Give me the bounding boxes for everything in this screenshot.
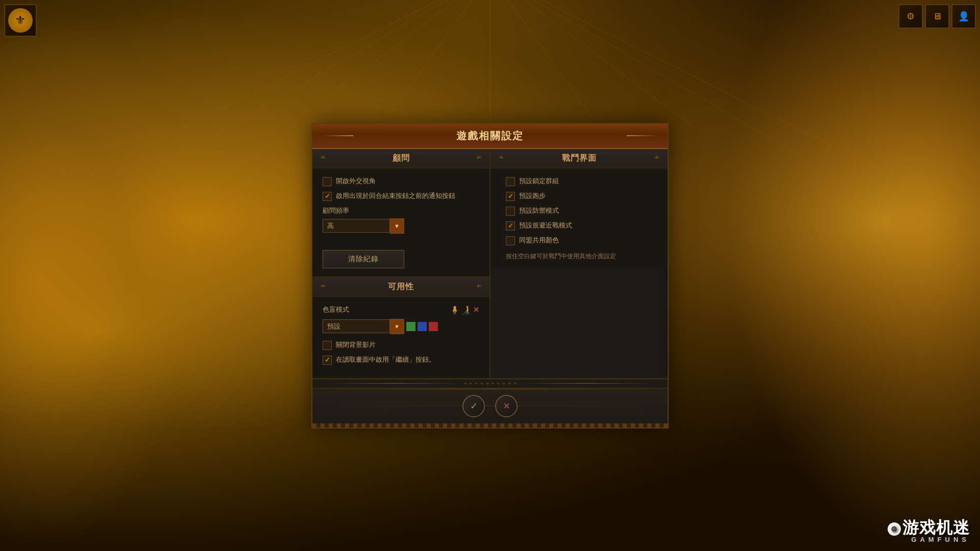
accessibility-section: 可用性 色盲模式 🧍 🧑‍🦯 ✕ [312,277,489,378]
bottom-strip [312,423,668,428]
color-swatch-red [429,322,438,331]
colorblind-select[interactable]: 預設 [323,319,390,333]
default-skirmish-checkbox[interactable] [506,207,515,216]
dialog-footer: ✓ ✕ [312,388,668,423]
display-icon[interactable]: 🖥 [925,4,949,29]
combat-section-content: 預設鎖定群組 預設跑步 預設防禦模式 預設規避近戰模式 [491,168,668,269]
color-swatch-green [406,322,415,331]
watermark-english: GAMFUNS [888,536,970,543]
top-left-icons: ⚜ [4,4,37,37]
cancel-button[interactable]: ✕ [495,395,518,417]
colorblind-label-row: 色盲模式 🧍 🧑‍🦯 ✕ [323,305,479,315]
combat-title: 戰鬥界面 [562,154,597,162]
top-left-emblem-box[interactable]: ⚜ [4,4,37,37]
accessibility-content: 色盲模式 🧍 🧑‍🦯 ✕ 預設 [312,297,489,378]
notification-checkbox[interactable] [323,192,332,201]
default-run-label: 預設跑步 [519,191,546,201]
footer-decoration: ❧ ❧ ❧ ❧ ❧ ❧ ❧ ❧ ❧ ❧ [312,379,668,388]
default-skirmish-label: 預設防禦模式 [519,206,559,215]
advisor-freq-dropdown-wrapper: 低 中 高 ▼ [323,218,404,234]
close-icon[interactable]: ✕ [473,306,479,314]
alliance-color-row: 同盟共用顏色 [506,236,652,245]
confirm-button[interactable]: ✓ [462,395,485,417]
continue-btn-label: 在讀取畫面中啟用「繼續」按鈕。 [336,355,435,364]
dialog-titlebar: 遊戲相關設定 [312,124,668,149]
diplomatic-label: 開啟外交視角 [336,177,376,186]
advisor-freq-label: 顧問頻率 [323,206,479,215]
advisor-title: 顧問 [393,154,410,162]
watermark-chinese: ⚙ 游戏机迷 [888,519,970,536]
advisor-freq-select[interactable]: 低 中 高 [323,219,390,233]
lock-group-row: 預設鎖定群組 [506,177,652,186]
alliance-color-label: 同盟共用顏色 [519,236,559,245]
notification-row: 啟用出現於回合結束按鈕之前的通知按鈕 [323,191,479,201]
clear-button-area: 清除紀錄 [312,250,489,277]
advisor-section-header: 顧問 [312,149,489,168]
right-column: 戰鬥界面 預設鎖定群組 預設跑步 預設防禦模式 [491,149,668,378]
default-run-checkbox[interactable] [506,192,515,201]
settings-icon[interactable]: ⚙ [898,4,923,29]
diplomatic-row: 開啟外交視角 [323,177,479,186]
left-column: 顧問 開啟外交視角 啟用出現於回合結束按鈕之前的通知按鈕 顧問頻率 [312,149,491,378]
bg-video-label: 關閉背景影片 [336,340,376,349]
clear-records-button[interactable]: 清除紀錄 [323,250,404,268]
accessibility-header: 可用性 [312,278,489,297]
diplomatic-checkbox[interactable] [323,177,332,186]
default-skirmish-row: 預設防禦模式 [506,206,652,216]
person2-icon: 🧑‍🦯 [461,305,472,315]
dialog-overlay: 遊戲相關設定 顧問 開啟外交視角 [0,0,980,551]
watermark: ⚙ 游戏机迷 GAMFUNS [888,519,970,543]
continue-btn-checkbox[interactable] [323,356,332,365]
dialog-title: 遊戲相關設定 [456,130,524,141]
default-melee-label: 預設規避近戰模式 [519,221,572,230]
colorblind-arrow[interactable]: ▼ [390,319,404,334]
bg-video-row: 關閉背景影片 [323,340,479,350]
dialog-body: 顧問 開啟外交視角 啟用出現於回合結束按鈕之前的通知按鈕 顧問頻率 [312,149,668,379]
profile-icon[interactable]: 👤 [951,4,976,29]
settings-dialog: 遊戲相關設定 顧問 開啟外交視角 [311,123,669,429]
advisor-freq-arrow[interactable]: ▼ [390,218,404,234]
colorblind-label: 色盲模式 [323,305,349,314]
default-melee-checkbox[interactable] [506,221,515,231]
colorblind-dropdown-wrapper: 預設 ▼ [323,319,404,334]
person1-icon: 🧍 [450,305,460,315]
top-right-icons[interactable]: ⚙ 🖥 👤 [898,4,976,29]
notification-label: 啟用出現於回合結束按鈕之前的通知按鈕 [336,191,455,201]
bg-video-checkbox[interactable] [323,341,332,350]
top-left-emblem: ⚜ [8,8,33,33]
lock-group-label: 預設鎖定群組 [519,177,559,186]
advisor-section-content: 開啟外交視角 啟用出現於回合結束按鈕之前的通知按鈕 顧問頻率 低 中 高 [312,168,489,250]
accessibility-title: 可用性 [388,282,414,291]
combat-section-header: 戰鬥界面 [491,149,668,168]
color-swatch-blue [418,322,427,331]
default-melee-row: 預設規避近戰模式 [506,221,652,231]
lock-group-checkbox[interactable] [506,177,515,186]
alliance-color-checkbox[interactable] [506,236,515,245]
color-icons: 🧍 🧑‍🦯 ✕ [450,305,479,315]
continue-btn-row: 在讀取畫面中啟用「繼續」按鈕。 [323,355,479,365]
combat-note: 按住空白鍵可於戰鬥中使用其他介面設定 [506,252,652,261]
default-run-row: 預設跑步 [506,191,652,201]
